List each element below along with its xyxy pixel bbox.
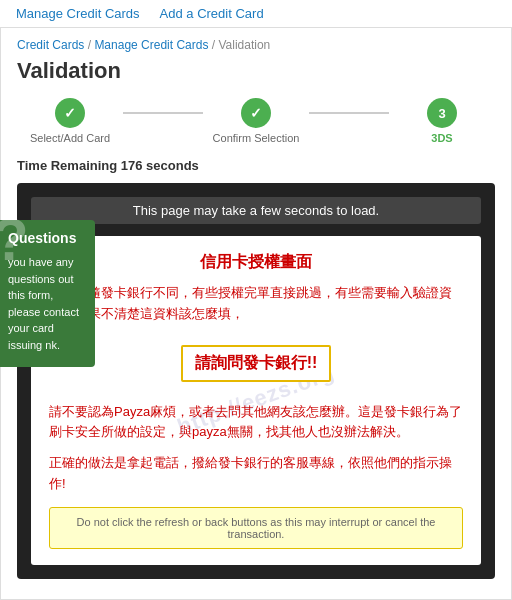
card-body-text2: 請不要認為Payza麻煩，或者去問其他網友該怎麼辦。這是發卡銀行為了刷卡安全所做…	[49, 402, 463, 444]
sidebar-title: Questions	[8, 230, 87, 246]
step1-label: Select/Add Card	[30, 132, 110, 144]
manage-credit-cards-link[interactable]: Manage Credit Cards	[16, 6, 140, 21]
inner-card-content: 信用卡授權畫面 此畫面隨發卡銀行不同，有些授權完單直接跳過，有些需要輸入驗證資料…	[49, 252, 463, 549]
connector-1	[123, 112, 203, 114]
step1-circle: ✓	[55, 98, 85, 128]
highlighted-box: 請詢問發卡銀行!!	[181, 345, 332, 382]
sidebar-body: you have any questions out this form, pl…	[8, 254, 87, 353]
add-credit-card-link[interactable]: Add a Credit Card	[160, 6, 264, 21]
step-3ds: 3 3DS	[389, 98, 495, 144]
step-select-add-card: ✓ Select/Add Card	[17, 98, 123, 144]
page-title: Validation	[17, 58, 495, 84]
step3-circle: 3	[427, 98, 457, 128]
step1-checkmark: ✓	[64, 105, 76, 121]
step2-circle: ✓	[241, 98, 271, 128]
breadcrumb: Credit Cards / Manage Credit Cards / Val…	[17, 38, 495, 52]
step3-icon: 3	[438, 106, 445, 121]
breadcrumb-manage-credit-cards[interactable]: Manage Credit Cards	[94, 38, 208, 52]
step2-label: Confirm Selection	[213, 132, 300, 144]
timer-text: Time Remaining 176 seconds	[17, 158, 495, 173]
card-body-text1: 此畫面隨發卡銀行不同，有些授權完單直接跳過，有些需要輸入驗證資料。如果不清楚這資…	[49, 283, 463, 325]
progress-steps: ✓ Select/Add Card ✓ Confirm Selection 3 …	[17, 98, 495, 144]
breadcrumb-credit-cards[interactable]: Credit Cards	[17, 38, 84, 52]
step-confirm-selection: ✓ Confirm Selection	[203, 98, 309, 144]
top-navigation: Manage Credit Cards Add a Credit Card	[0, 0, 512, 28]
loading-notice: This page may take a few seconds to load…	[31, 197, 481, 224]
highlighted-box-wrapper: 請詢問發卡銀行!!	[49, 335, 463, 392]
step3-label: 3DS	[431, 132, 452, 144]
connector-2	[309, 112, 389, 114]
breadcrumb-current: Validation	[218, 38, 270, 52]
step2-checkmark: ✓	[250, 105, 262, 121]
inner-card: http://eezs.org 信用卡授權畫面 此畫面隨發卡銀行不同，有些授權完…	[31, 236, 481, 565]
card-body-text3: 正確的做法是拿起電話，撥給發卡銀行的客服專線，依照他們的指示操作!	[49, 453, 463, 495]
card-title: 信用卡授權畫面	[49, 252, 463, 273]
warning-notice: Do not click the refresh or back buttons…	[49, 507, 463, 549]
questions-sidebar: ? Questions you have any questions out t…	[0, 220, 95, 367]
